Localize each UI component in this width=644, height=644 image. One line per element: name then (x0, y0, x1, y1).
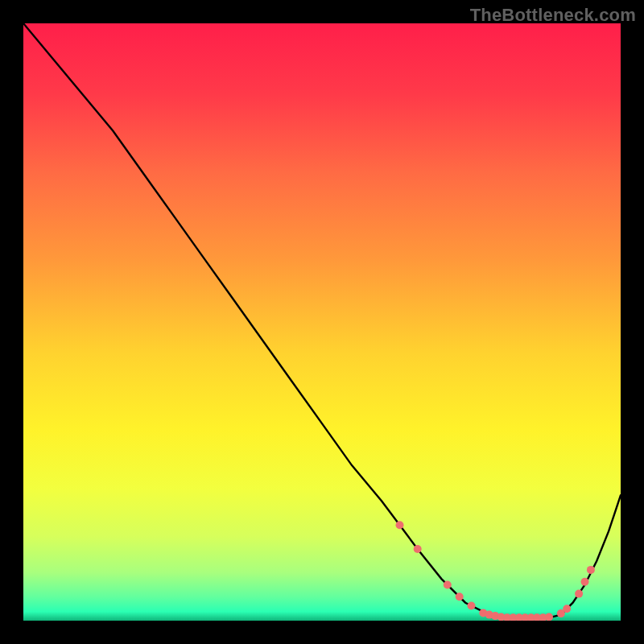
gradient-bg (23, 23, 621, 621)
data-dot (444, 581, 452, 589)
data-dot (468, 602, 476, 610)
data-dot (414, 545, 422, 553)
data-dot (587, 566, 595, 574)
data-dot (396, 521, 404, 529)
data-dot (563, 605, 571, 613)
data-dot (456, 592, 464, 601)
chart-frame: TheBottleneck.com (0, 0, 644, 644)
chart-svg (23, 23, 621, 621)
data-dot (575, 590, 583, 598)
data-dot (581, 578, 589, 586)
